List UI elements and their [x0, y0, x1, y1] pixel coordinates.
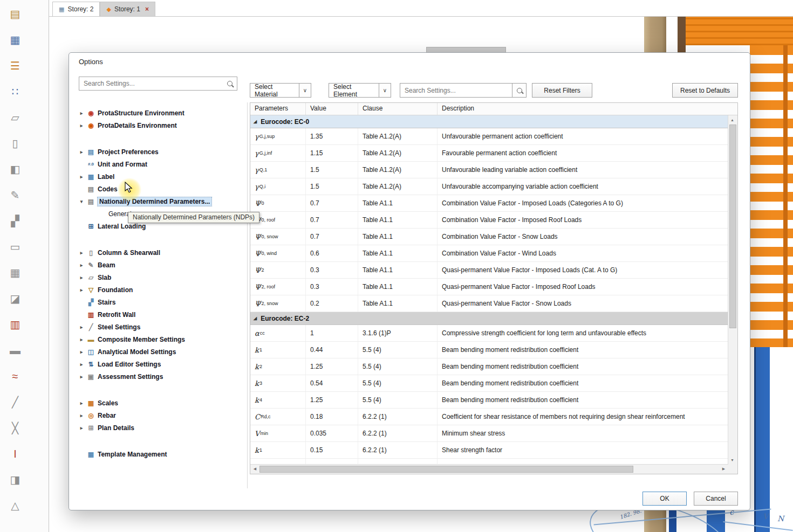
- tab-storey-2[interactable]: ▦ Storey: 2: [52, 2, 100, 16]
- tree-expand-arrow[interactable]: ▸: [79, 174, 84, 179]
- ibeam-icon[interactable]: I: [4, 444, 26, 464]
- reset-filters-button[interactable]: Reset Filters: [532, 83, 592, 98]
- tree-item-stairs[interactable]: ▞Stairs: [77, 296, 245, 308]
- slab-draw-icon[interactable]: ▱: [4, 108, 26, 127]
- polyline-icon[interactable]: ╱: [4, 392, 26, 412]
- value-cell[interactable]: 1.15: [306, 145, 358, 161]
- value-cell[interactable]: 0.3: [306, 279, 358, 295]
- tree-item-analytical-model-settings[interactable]: ▸◫Analytical Model Settings: [77, 346, 245, 358]
- group-collapse-icon[interactable]: ◢: [254, 316, 257, 321]
- shearwall-tool-icon[interactable]: ◧: [4, 160, 26, 179]
- settings-search-input[interactable]: [79, 80, 223, 87]
- table-row[interactable]: k10.156.2.2 (1)Shear strength factor: [250, 442, 728, 459]
- tree-expand-arrow[interactable]: ▸: [79, 425, 84, 431]
- value-cell[interactable]: 0.54: [306, 375, 358, 391]
- tree-expand-arrow[interactable]: ▸: [79, 400, 84, 406]
- value-cell[interactable]: 0.15: [306, 442, 358, 458]
- search-icon[interactable]: [223, 81, 237, 86]
- brace-icon[interactable]: ╳: [4, 418, 26, 438]
- monitor-icon[interactable]: ▦: [4, 30, 26, 50]
- scroll-right-icon[interactable]: ▶: [720, 465, 728, 473]
- value-cell[interactable]: 0.7: [306, 229, 358, 245]
- tree-item-rebar[interactable]: ▸◎Rebar: [77, 409, 245, 422]
- cancel-button[interactable]: Cancel: [694, 492, 738, 506]
- door-wall-icon[interactable]: ◨: [4, 470, 26, 489]
- value-cell[interactable]: 0.7: [306, 195, 358, 211]
- tree-expand-arrow[interactable]: ▸: [79, 413, 84, 418]
- table-row[interactable]: Ψ20.3Table A1.1Quasi-permanent Value Fac…: [250, 262, 728, 279]
- table-row[interactable]: γG,j,inf1.15Table A1.2(A)Favourable perm…: [250, 145, 728, 162]
- value-cell[interactable]: 1.5: [306, 162, 358, 178]
- tree-item-project-preferences[interactable]: ▸▤Project Preferences: [77, 146, 245, 158]
- roof-tile-icon[interactable]: ≈: [4, 367, 26, 386]
- table-row[interactable]: Ψ00.7Table A1.1Combination Value Factor …: [250, 195, 728, 212]
- tree-item-scales[interactable]: ▸▦Scales: [77, 397, 245, 409]
- tree-item-label[interactable]: ▸▦Label: [77, 170, 245, 183]
- chevron-down-icon[interactable]: ∨: [379, 84, 391, 97]
- select-element-dropdown[interactable]: Select Element ∨: [329, 83, 391, 98]
- table-row[interactable]: k21.255.5 (4)Beam bending moment redistr…: [250, 358, 728, 375]
- tree-expand-arrow[interactable]: ▸: [79, 287, 84, 293]
- column-header-value[interactable]: Value: [306, 103, 358, 115]
- value-cell[interactable]: 0.2: [306, 295, 358, 312]
- value-cell[interactable]: 0.3: [306, 262, 358, 278]
- table-row[interactable]: Ψ0, wind0.6Table A1.1Combination Value F…: [250, 245, 728, 262]
- tree-item-codes[interactable]: ▤Codes: [77, 183, 245, 195]
- table-row[interactable]: Ψ2, snow0.2Table A1.1Quasi-permanent Val…: [250, 295, 728, 312]
- table-row[interactable]: k10.445.5 (4)Beam bending moment redistr…: [250, 342, 728, 358]
- group-collapse-icon[interactable]: ◢: [254, 119, 257, 124]
- table-row[interactable]: Vmin0.0356.2.2 (1)Minimum shear stress: [250, 425, 728, 442]
- scroll-left-icon[interactable]: ◀: [251, 465, 259, 473]
- table-row[interactable]: αcc13.1.6 (1)PCompressive strength coeff…: [250, 325, 728, 342]
- select-material-dropdown[interactable]: Select Material ∨: [250, 83, 311, 98]
- tree-expand-arrow[interactable]: ▸: [79, 110, 84, 116]
- table-row[interactable]: Ψ0, snow0.7Table A1.1Combination Value F…: [250, 229, 728, 245]
- tree-expand-arrow[interactable]: ▸: [79, 374, 84, 379]
- tree-expand-arrow[interactable]: ▾: [79, 199, 84, 204]
- tree-item-unit-and-format[interactable]: #.0Unit and Format: [77, 158, 245, 170]
- layers-icon[interactable]: ▤: [4, 4, 26, 24]
- value-cell[interactable]: 0.6: [306, 245, 358, 261]
- column-tool-icon[interactable]: ▯: [4, 134, 26, 153]
- value-cell[interactable]: 1.25: [306, 392, 358, 408]
- tree-item-template-management[interactable]: ▦Template Management: [77, 448, 245, 460]
- tab-close-icon[interactable]: ×: [145, 5, 149, 13]
- tree-item-assessment-settings[interactable]: ▸▣Assessment Settings: [77, 370, 245, 383]
- table-row[interactable]: Ψ0, roof0.7Table A1.1Combination Value F…: [250, 212, 728, 229]
- value-cell[interactable]: 0.035: [306, 425, 358, 441]
- value-cell[interactable]: 1.35: [306, 128, 358, 144]
- tree-item-beam[interactable]: ▸✎Beam: [77, 259, 245, 271]
- list-icon[interactable]: ☰: [4, 56, 26, 75]
- group-header-eurocode-ec-2[interactable]: ◢Eurocode: EC-2: [250, 312, 728, 325]
- tree-item-plan-details[interactable]: ▸⊞Plan Details: [77, 422, 245, 434]
- beam-pencil-icon[interactable]: ✎: [4, 185, 26, 205]
- tree-expand-arrow[interactable]: ▸: [79, 262, 84, 268]
- reset-to-defaults-button[interactable]: Reset to Defaults: [672, 83, 738, 98]
- tree-item-protastructure-environment[interactable]: ▸◉ProtaStructure Environment: [77, 107, 245, 119]
- tree-expand-arrow[interactable]: ▸: [79, 149, 84, 155]
- vertical-scroll-thumb[interactable]: [729, 125, 736, 328]
- tree-expand-arrow[interactable]: ▸: [79, 349, 84, 355]
- group-header-eurocode-ec-0[interactable]: ◢Eurocode: EC-0: [250, 115, 728, 128]
- tree-expand-arrow[interactable]: ▸: [79, 362, 84, 367]
- scroll-down-icon[interactable]: ▼: [728, 456, 736, 464]
- dotted-grid-icon[interactable]: ∷: [4, 82, 26, 101]
- filter-search-input[interactable]: [400, 84, 512, 97]
- ramp-icon[interactable]: ◪: [4, 289, 26, 308]
- value-cell[interactable]: 1.25: [306, 358, 358, 375]
- tree-expand-arrow[interactable]: ▸: [79, 337, 84, 342]
- value-cell[interactable]: 0.7: [306, 212, 358, 228]
- tree-item-foundation[interactable]: ▸▽Foundation: [77, 284, 245, 296]
- table-row[interactable]: CRd,c0.186.2.2 (1)Coefficient for shear …: [250, 409, 728, 425]
- column-header-clause[interactable]: Clause: [358, 103, 437, 115]
- tree-item-column-shearwall[interactable]: ▸▯Column & Shearwall: [77, 246, 245, 259]
- table-row[interactable]: γG,j,sup1.35Table A1.2(A)Unfavourable pe…: [250, 128, 728, 145]
- plate-icon[interactable]: ▬: [4, 341, 26, 360]
- value-cell[interactable]: 1.5: [306, 178, 358, 195]
- tree-expand-arrow[interactable]: ▸: [79, 324, 84, 330]
- horizontal-scroll-thumb[interactable]: [259, 466, 633, 473]
- vertical-scrollbar[interactable]: ▲ ▼: [728, 115, 737, 465]
- truss-icon[interactable]: △: [4, 496, 26, 515]
- chevron-down-icon[interactable]: ∨: [299, 84, 311, 97]
- ok-button[interactable]: OK: [642, 492, 687, 506]
